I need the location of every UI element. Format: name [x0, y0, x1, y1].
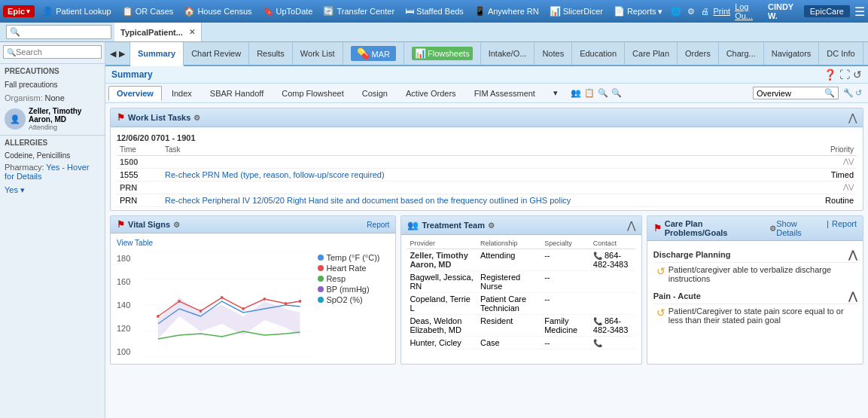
nav-or-cases[interactable]: 📋 OR Cases	[117, 5, 178, 18]
ovtab-index[interactable]: Index	[163, 86, 200, 101]
precautions-value: Fall precautions	[0, 78, 105, 91]
ovtab-more[interactable]: ▾	[545, 85, 566, 101]
nav-staffed-beds[interactable]: 🛏 Staffed Beds	[400, 5, 468, 18]
vitals-view-table-link[interactable]: View Table	[117, 236, 389, 249]
search-ov-icon[interactable]: 🔍	[598, 88, 608, 98]
epic-logo[interactable]: Epic ▾	[3, 5, 35, 17]
nav-reports[interactable]: 📄 Reports ▾	[609, 5, 668, 18]
worklist-collapse-btn[interactable]: ⋀	[848, 111, 857, 124]
print-icon[interactable]: 🖨	[701, 7, 709, 17]
nav-uptodate[interactable]: 🔖 UpToDate	[258, 5, 318, 18]
rel-pct: Patient Care Technician	[478, 293, 542, 315]
tab-more[interactable]: ▾	[863, 42, 868, 65]
tab-close-icon[interactable]: ✕	[189, 28, 195, 36]
copy-icon[interactable]: 📋	[584, 88, 595, 98]
ov-search-box[interactable]: 🔍	[753, 87, 839, 99]
tab-back-forward[interactable]: ◀ ▶	[105, 42, 130, 65]
menu-icon[interactable]: ☰	[854, 5, 865, 19]
show-details-link[interactable]: Show Details	[776, 219, 824, 237]
nav-slicerdicer[interactable]: 📊 SlicerDicer	[545, 5, 608, 18]
nav-house-census[interactable]: 🏠 House Census	[179, 5, 256, 18]
careplan-discharge-section: Discharge Planning ⋀ ↺ Patient/caregiver…	[653, 247, 857, 285]
phone-icon: 📞	[593, 252, 602, 260]
search-ov-icon2[interactable]: 🔍	[611, 88, 622, 98]
ovtab-active-orders[interactable]: Active Orders	[397, 86, 464, 101]
discharge-item-1: ↺ Patient/caregiver able to verbalize di…	[653, 263, 857, 285]
svg-point-7	[178, 300, 181, 303]
refresh-icon-2: ↺	[656, 307, 665, 319]
tab-notes[interactable]: Notes	[535, 42, 572, 65]
task-link-2[interactable]: Re-check Peripheral IV 12/05/20 Right Ha…	[165, 196, 571, 205]
sort-icon[interactable]: ⋀⋁	[843, 157, 854, 165]
tab-search-box[interactable]: 🔍	[6, 25, 111, 39]
help-button[interactable]: ❓	[824, 69, 836, 81]
tab-intake[interactable]: Intake/O...	[481, 42, 535, 65]
logout-label[interactable]: Log Ou...	[735, 2, 763, 20]
nav-patient-lookup[interactable]: 👤 Patient Lookup	[38, 5, 115, 18]
ov-refresh-icon[interactable]: ↺	[855, 88, 862, 98]
tab-education[interactable]: Education	[572, 42, 625, 65]
tab-work-list[interactable]: Work List	[293, 42, 343, 65]
forward-icon[interactable]: ▶	[119, 49, 125, 59]
ovtab-sbar[interactable]: SBAR Handoff	[202, 86, 272, 101]
search-icon: 🔍	[10, 27, 20, 37]
col-priority: Priority	[796, 144, 857, 156]
vital-signs-report-link[interactable]: Report	[367, 221, 389, 229]
provider-copeland: Copeland, Terrie L	[407, 293, 478, 315]
careplan-settings-icon[interactable]: ⚙	[769, 224, 776, 233]
discharge-collapse-btn[interactable]: ⋀	[848, 249, 857, 261]
organism-row: Organism: None	[0, 91, 105, 105]
report-icon: 📄	[614, 6, 625, 17]
ovtab-cosign[interactable]: Cosign	[354, 86, 396, 101]
vitals-settings-icon[interactable]: ⚙	[173, 221, 180, 229]
active-patient-tab[interactable]: TypicalPatient... ✕	[114, 23, 202, 41]
worklist-panel-header: ⚑ Work List Tasks ⚙ ⋀	[111, 108, 863, 127]
treatment-collapse-btn[interactable]: ⋀	[627, 219, 635, 231]
allergies-value: Codeine, Penicillins	[0, 150, 105, 161]
settings-icon[interactable]: ⚙	[687, 7, 695, 17]
tab-charg[interactable]: Charg...	[719, 42, 764, 65]
tab-orders[interactable]: Orders	[678, 42, 719, 65]
refresh-button[interactable]: ↺	[853, 69, 862, 81]
pain-collapse-btn[interactable]: ⋀	[848, 290, 857, 302]
nav-transfer-center[interactable]: 🔄 Transfer Center	[318, 5, 399, 18]
ov-search-btn[interactable]: 🔍	[824, 88, 835, 98]
report-link[interactable]: Report	[832, 219, 857, 237]
hr-label: Heart Rate	[326, 264, 366, 273]
worklist-settings-icon[interactable]: ⚙	[193, 114, 200, 122]
tab-navigators[interactable]: Navigators	[764, 42, 820, 65]
task-link-1[interactable]: Re-check PRN Med (type, reason, follow-u…	[165, 170, 385, 179]
tab-dc-info[interactable]: DC Info	[819, 42, 863, 65]
ovtab-comp-flowsheet[interactable]: Comp Flowsheet	[273, 86, 352, 101]
sidebar-search-input[interactable]	[16, 47, 98, 56]
print-label[interactable]: Print	[714, 7, 731, 16]
vital-signs-panel: ⚑ Vital Signs ⚙ Report View Table 180 16…	[110, 215, 396, 365]
ov-settings-icon[interactable]: 🔧	[843, 88, 854, 98]
sidebar-search-box[interactable]: 🔍	[3, 45, 102, 59]
allergies-section-label: ALLERGIES	[0, 135, 105, 150]
ovtab-fim[interactable]: FIM Assessment	[466, 86, 544, 101]
tab-summary[interactable]: Summary	[130, 42, 184, 66]
globe-icon[interactable]: 🌐	[671, 7, 681, 17]
sort-icon2[interactable]: ⋀⋁	[843, 183, 854, 191]
epiccare-button[interactable]: EpicCare	[804, 5, 850, 17]
nav-anywhere-rn[interactable]: 📱 Anywhere RN	[470, 5, 544, 18]
tab-chart-review[interactable]: Chart Review	[184, 42, 249, 65]
yes-dropdown[interactable]: Yes ▾	[5, 185, 25, 195]
expand-button[interactable]: ⛶	[839, 69, 850, 81]
tab-mar[interactable]: 💊 MAR	[343, 42, 405, 65]
tab-bar: 🔍 TypicalPatient... ✕	[0, 23, 868, 42]
treatment-settings-icon[interactable]: ⚙	[488, 221, 495, 230]
back-icon[interactable]: ◀	[110, 49, 116, 59]
task-prn: Re-check Peripheral IV 12/05/20 Right Ha…	[162, 194, 796, 207]
ov-search-input[interactable]	[757, 89, 824, 98]
tab-results[interactable]: Results	[249, 42, 293, 65]
tab-flowsheets[interactable]: 📊 Flowsheets	[404, 42, 481, 65]
ovtab-overview[interactable]: Overview	[108, 86, 162, 101]
y-label-100: 100	[117, 347, 144, 356]
tab-search-input[interactable]	[20, 28, 96, 37]
tab-care-plan[interactable]: Care Plan	[625, 42, 678, 65]
people-icon[interactable]: 👥	[571, 88, 581, 98]
table-row: PRN ⋀⋁	[117, 182, 857, 194]
worklist-flag-icon: ⚑	[117, 112, 125, 123]
